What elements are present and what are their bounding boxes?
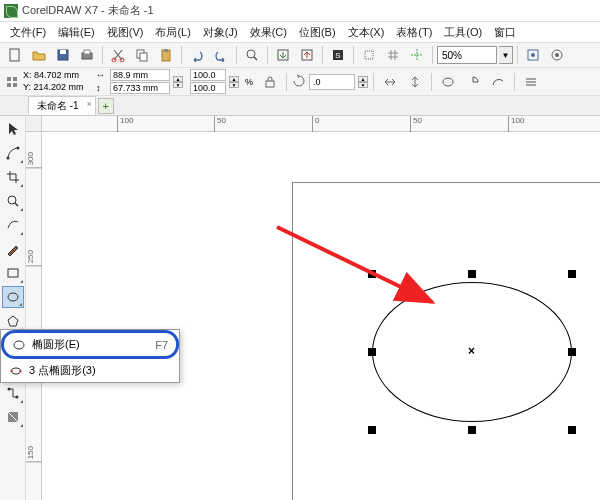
pie-mode-button[interactable]	[462, 71, 484, 93]
interactive-fill-tool[interactable]	[2, 406, 24, 428]
angle-input[interactable]: .0	[309, 74, 355, 90]
crop-tool[interactable]	[2, 166, 24, 188]
zoom-dropdown-icon[interactable]: ▼	[499, 46, 513, 64]
svg-rect-4	[84, 50, 90, 54]
guides-button[interactable]	[406, 44, 428, 66]
ellipse-tool[interactable]	[2, 286, 24, 308]
scale-spinner[interactable]: ▲▼	[229, 76, 239, 88]
outline-width-button[interactable]	[520, 71, 542, 93]
flyout-ellipse[interactable]: 椭圆形(E) F7	[1, 330, 179, 359]
cut-button[interactable]	[107, 44, 129, 66]
artistic-media-tool[interactable]	[2, 238, 24, 260]
shape-tool[interactable]	[2, 142, 24, 164]
width-icon: ↔	[96, 70, 108, 80]
canvas[interactable]: ×	[42, 132, 600, 500]
open-button[interactable]	[28, 44, 50, 66]
svg-rect-0	[10, 49, 19, 61]
paste-button[interactable]	[155, 44, 177, 66]
save-button[interactable]	[52, 44, 74, 66]
pick-tool[interactable]	[2, 118, 24, 140]
svg-point-32	[7, 388, 10, 391]
svg-rect-25	[266, 81, 274, 87]
svg-point-33	[15, 396, 18, 399]
redo-button[interactable]	[210, 44, 232, 66]
add-tab-button[interactable]: +	[98, 98, 114, 114]
publish-button[interactable]: S	[327, 44, 349, 66]
selection-handle[interactable]	[468, 270, 476, 278]
snap-button[interactable]	[358, 44, 380, 66]
undo-button[interactable]	[186, 44, 208, 66]
y-position[interactable]: Y: 214.202 mm	[23, 82, 87, 93]
menu-text[interactable]: 文本(X)	[344, 23, 389, 42]
ellipse-mode-button[interactable]	[437, 71, 459, 93]
x-position[interactable]: X: 84.702 mm	[23, 70, 87, 81]
zoom-tool[interactable]	[2, 190, 24, 212]
svg-rect-30	[8, 269, 18, 277]
search-button[interactable]	[241, 44, 263, 66]
separator	[373, 73, 374, 91]
arc-mode-button[interactable]	[487, 71, 509, 93]
window-title: CorelDRAW X7 - 未命名 -1	[22, 3, 154, 18]
menu-table[interactable]: 表格(T)	[392, 23, 436, 42]
size-spinner[interactable]: ▲▼	[173, 76, 183, 88]
mirror-v-button[interactable]	[404, 71, 426, 93]
app-logo-icon	[4, 4, 18, 18]
vertical-ruler[interactable]: 300250200150100	[26, 132, 42, 500]
svg-point-36	[14, 341, 24, 349]
ruler-origin[interactable]	[26, 116, 42, 132]
property-bar: X: 84.702 mm Y: 214.202 mm ↔ ↕ ▲▼ ▲▼ % .…	[0, 68, 600, 96]
menu-layout[interactable]: 布局(L)	[151, 23, 194, 42]
snap-to-button[interactable]	[522, 44, 544, 66]
close-tab-icon[interactable]: ×	[86, 99, 91, 109]
menu-tools[interactable]: 工具(O)	[440, 23, 486, 42]
grid-button[interactable]	[382, 44, 404, 66]
selection-handle[interactable]	[368, 270, 376, 278]
freehand-tool[interactable]	[2, 214, 24, 236]
width-input[interactable]	[110, 69, 170, 81]
ellipse-icon	[12, 338, 26, 352]
svg-point-18	[531, 53, 535, 57]
selection-handle[interactable]	[368, 348, 376, 356]
import-button[interactable]	[272, 44, 294, 66]
separator	[102, 46, 103, 64]
ellipse-tool-flyout: 椭圆形(E) F7 3 点椭圆形(3)	[0, 329, 180, 383]
scale-y-input[interactable]	[190, 82, 226, 94]
svg-rect-10	[164, 49, 168, 52]
rectangle-tool[interactable]	[2, 262, 24, 284]
angle-spinner[interactable]: ▲▼	[358, 76, 368, 88]
export-button[interactable]	[296, 44, 318, 66]
copy-button[interactable]	[131, 44, 153, 66]
menu-bitmap[interactable]: 位图(B)	[295, 23, 340, 42]
lock-ratio-button[interactable]	[259, 71, 281, 93]
mirror-h-button[interactable]	[379, 71, 401, 93]
selection-handle[interactable]	[468, 426, 476, 434]
menu-object[interactable]: 对象(J)	[199, 23, 242, 42]
flyout-3point-ellipse[interactable]: 3 点椭圆形(3)	[1, 359, 179, 382]
doc-tab-1[interactable]: 未命名 -1 ×	[28, 96, 96, 115]
selection-handle[interactable]	[568, 270, 576, 278]
position-group: X: 84.702 mm Y: 214.202 mm	[23, 70, 87, 93]
connector-tool[interactable]	[2, 382, 24, 404]
scale-x-input[interactable]	[190, 69, 226, 81]
three-point-ellipse-icon	[9, 364, 23, 378]
menu-file[interactable]: 文件(F)	[6, 23, 50, 42]
separator	[267, 46, 268, 64]
selection-handle[interactable]	[368, 426, 376, 434]
options-button[interactable]	[546, 44, 568, 66]
svg-rect-21	[7, 77, 11, 81]
new-button[interactable]	[4, 44, 26, 66]
print-button[interactable]	[76, 44, 98, 66]
menu-effect[interactable]: 效果(C)	[246, 23, 291, 42]
menu-edit[interactable]: 编辑(E)	[54, 23, 99, 42]
selection-handle[interactable]	[568, 426, 576, 434]
svg-text:S: S	[335, 51, 340, 60]
height-input[interactable]	[110, 82, 170, 94]
svg-rect-16	[365, 51, 373, 59]
menu-view[interactable]: 视图(V)	[103, 23, 148, 42]
svg-rect-23	[7, 83, 11, 87]
svg-point-11	[247, 50, 255, 58]
selection-handle[interactable]	[568, 348, 576, 356]
menu-window[interactable]: 窗口	[490, 23, 520, 42]
zoom-input[interactable]: 50%	[437, 46, 497, 64]
horizontal-ruler[interactable]: 10050050100150	[42, 116, 600, 132]
